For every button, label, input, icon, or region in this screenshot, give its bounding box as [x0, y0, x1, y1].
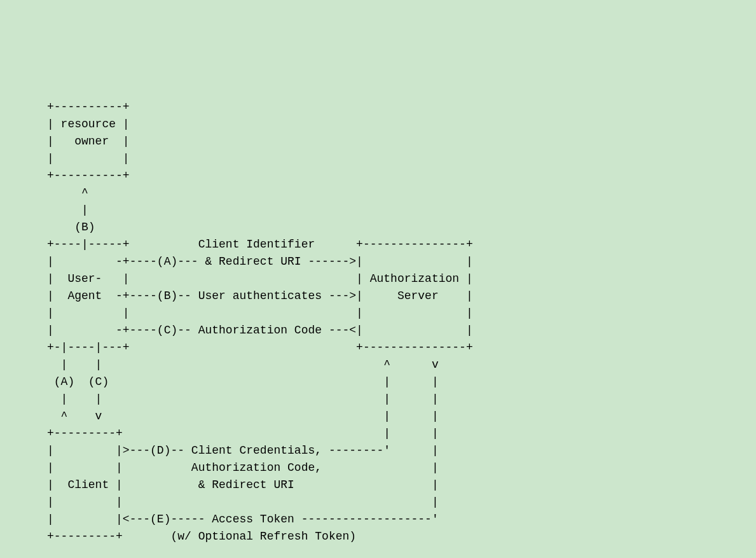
ascii-diagram: +----------+ | resource | | owner | | | …	[13, 81, 743, 558]
diagram-line: | |	[13, 152, 130, 165]
diagram-line: +----------+	[13, 101, 130, 113]
diagram-line: | User- | | Authorization |	[13, 272, 473, 285]
diagram-line: | Agent -+----(B)-- User authenticates -…	[13, 289, 473, 302]
diagram-line: | | | |	[13, 307, 473, 319]
diagram-line: | -+----(A)--- & Redirect URI ------>| |	[13, 255, 473, 268]
diagram-line: +---------+ (w/ Optional Refresh Token)	[13, 530, 356, 543]
diagram-line: (B)	[13, 221, 95, 234]
diagram-line: | resource |	[13, 118, 130, 130]
diagram-line: | | | |	[13, 393, 439, 405]
diagram-line: |	[13, 204, 88, 216]
diagram-line: | |>---(D)-- Client Credentials, -------…	[13, 444, 439, 457]
diagram-line: | |<---(E)----- Access Token -----------…	[13, 513, 439, 526]
diagram-line: | owner |	[13, 135, 130, 148]
diagram-line: +---------+ | |	[13, 427, 439, 440]
diagram-line: | | |	[13, 496, 439, 508]
diagram-line: | -+----(C)-- Authorization Code ---<| |	[13, 324, 473, 337]
diagram-line: +----|-----+ Client Identifier +--------…	[13, 238, 473, 251]
diagram-line: +-|----|---+ +---------------+	[13, 341, 473, 354]
diagram-line: | Client | & Redirect URI |	[13, 478, 439, 491]
diagram-line: | | Authorization Code, |	[13, 461, 439, 474]
diagram-line: (A) (C) | |	[13, 375, 439, 388]
diagram-line: | | ^ v	[13, 358, 439, 371]
diagram-line: ^	[13, 186, 88, 199]
diagram-line: +----------+	[13, 169, 130, 182]
diagram-line: ^ v | |	[13, 410, 439, 422]
